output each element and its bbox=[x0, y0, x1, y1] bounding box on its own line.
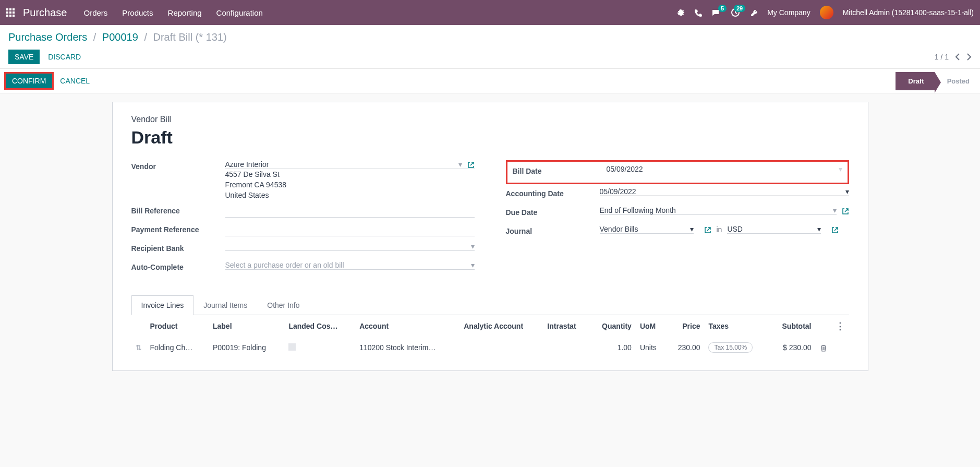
nav-item-products[interactable]: Products bbox=[122, 8, 153, 17]
pay-ref-input[interactable] bbox=[225, 223, 475, 236]
acct-date-label: Accounting Date bbox=[506, 187, 600, 198]
tab-other-info[interactable]: Other Info bbox=[257, 295, 309, 315]
cell-account[interactable]: 110200 Stock Interim… bbox=[355, 337, 459, 358]
app-brand[interactable]: Purchase bbox=[23, 7, 67, 19]
th-label: Label bbox=[209, 315, 284, 337]
th-account: Account bbox=[355, 315, 459, 337]
kebab-icon[interactable]: ⋮ bbox=[836, 321, 845, 331]
landed-cost-checkbox[interactable] bbox=[288, 343, 296, 351]
nav-item-orders[interactable]: Orders bbox=[84, 8, 108, 17]
external-link-icon[interactable] bbox=[831, 225, 839, 233]
th-analytic: Analytic Account bbox=[459, 315, 543, 337]
cell-analytic[interactable] bbox=[459, 337, 543, 358]
confirm-highlight: Confirm bbox=[4, 72, 54, 90]
cell-subtotal: $ 230.00 bbox=[769, 337, 816, 358]
phone-icon[interactable] bbox=[694, 8, 703, 17]
th-price: Price bbox=[667, 315, 705, 337]
cell-qty[interactable]: 1.00 bbox=[589, 337, 636, 358]
tools-icon[interactable] bbox=[749, 8, 758, 17]
vendor-addr-3: United States bbox=[225, 190, 475, 200]
th-product: Product bbox=[146, 315, 209, 337]
caret-down-icon[interactable]: ▾ bbox=[690, 225, 694, 233]
sheet-title: Draft bbox=[131, 127, 849, 148]
pager-text: 1 / 1 bbox=[935, 53, 949, 61]
apps-grid-icon[interactable] bbox=[6, 8, 15, 17]
nav-menu: Orders Products Reporting Configuration bbox=[84, 8, 677, 17]
th-uom: UoM bbox=[636, 315, 667, 337]
tabs: Invoice Lines Journal Items Other Info bbox=[131, 295, 849, 315]
bill-date-field[interactable]: 05/09/2022 bbox=[607, 165, 839, 173]
company-label[interactable]: My Company bbox=[767, 8, 810, 17]
caret-down-icon[interactable]: ▾ bbox=[833, 206, 837, 214]
caret-down-icon[interactable]: ▾ bbox=[458, 160, 462, 169]
breadcrumb-po[interactable]: P00019 bbox=[102, 31, 138, 43]
cancel-button[interactable]: Cancel bbox=[54, 72, 96, 90]
activities-badge: 29 bbox=[734, 5, 745, 12]
cell-label[interactable]: P00019: Folding bbox=[209, 337, 284, 358]
vendor-label: Vendor bbox=[131, 160, 225, 171]
external-link-icon[interactable] bbox=[842, 206, 849, 214]
journal-field[interactable]: Vendor Bills bbox=[600, 225, 690, 233]
th-intrastat: Intrastat bbox=[543, 315, 589, 337]
bill-ref-input[interactable] bbox=[225, 205, 475, 218]
caret-down-icon[interactable]: ▾ bbox=[471, 242, 475, 250]
user-name[interactable]: Mitchell Admin (15281400-saas-15-1-all) bbox=[843, 8, 974, 17]
pager: 1 / 1 bbox=[935, 53, 972, 61]
due-date-label: Due Date bbox=[506, 206, 600, 217]
breadcrumb: Purchase Orders / P00019 / Draft Bill (*… bbox=[8, 31, 972, 43]
nav-item-configuration[interactable]: Configuration bbox=[216, 8, 263, 17]
save-button[interactable]: Save bbox=[8, 50, 40, 64]
auto-complete-field[interactable]: Select a purchase order or an old bill bbox=[225, 261, 471, 269]
bill-ref-label: Bill Reference bbox=[131, 205, 225, 215]
cell-price[interactable]: 230.00 bbox=[667, 337, 705, 358]
form-sheet: Vendor Bill Draft Vendor Azure Interior … bbox=[112, 102, 868, 371]
currency-field[interactable]: USD bbox=[727, 225, 817, 233]
acct-date-field[interactable]: 05/09/2022 bbox=[600, 187, 845, 196]
table-row[interactable]: ⇅ Folding Ch… P00019: Folding 110200 Sto… bbox=[131, 337, 849, 358]
confirm-button[interactable]: Confirm bbox=[6, 74, 52, 88]
th-subtotal: Subtotal bbox=[769, 315, 816, 337]
caret-down-icon[interactable]: ▾ bbox=[845, 187, 849, 196]
external-link-icon[interactable] bbox=[467, 160, 475, 169]
vendor-addr-1: 4557 De Silva St bbox=[225, 169, 475, 179]
cell-uom[interactable]: Units bbox=[636, 337, 667, 358]
top-nav: Purchase Orders Products Reporting Confi… bbox=[0, 0, 980, 25]
messages-icon[interactable]: 5 bbox=[712, 8, 721, 17]
tab-invoice-lines[interactable]: Invoice Lines bbox=[131, 295, 194, 315]
in-label: in bbox=[717, 225, 722, 234]
caret-down-icon[interactable]: ▾ bbox=[817, 225, 821, 233]
cell-intrastat[interactable] bbox=[543, 337, 589, 358]
invoice-lines-table: Product Label Landed Cos… Account Analyt… bbox=[131, 315, 849, 358]
pager-prev-icon[interactable] bbox=[955, 53, 960, 61]
recipient-bank-label: Recipient Bank bbox=[131, 242, 225, 253]
th-qty: Quantity bbox=[589, 315, 636, 337]
tax-pill[interactable]: Tax 15.00% bbox=[708, 342, 753, 353]
bill-date-label: Bill Date bbox=[513, 165, 607, 175]
bill-date-highlight: Bill Date 05/09/2022 ▾ bbox=[506, 160, 849, 184]
tab-journal-items[interactable]: Journal Items bbox=[193, 295, 257, 315]
user-avatar[interactable] bbox=[820, 6, 833, 19]
discard-button[interactable]: Discard bbox=[42, 50, 87, 64]
pager-next-icon[interactable] bbox=[966, 53, 972, 61]
activities-icon[interactable]: 29 bbox=[731, 8, 740, 17]
breadcrumb-current: Draft Bill (* 131) bbox=[153, 31, 227, 43]
breadcrumb-root[interactable]: Purchase Orders bbox=[8, 31, 87, 43]
external-link-icon[interactable] bbox=[704, 225, 711, 233]
status-posted[interactable]: Posted bbox=[935, 72, 980, 90]
statusbar: Confirm Cancel Draft Posted bbox=[0, 69, 980, 93]
caret-down-icon[interactable]: ▾ bbox=[471, 261, 475, 269]
due-date-field[interactable]: End of Following Month bbox=[600, 206, 833, 214]
drag-handle-icon[interactable]: ⇅ bbox=[136, 343, 142, 352]
form-left-col: Vendor Azure Interior ▾ 4557 De Silva St… bbox=[131, 160, 475, 280]
th-taxes: Taxes bbox=[704, 315, 769, 337]
status-draft[interactable]: Draft bbox=[896, 72, 934, 90]
bug-icon[interactable] bbox=[676, 8, 685, 17]
trash-icon[interactable] bbox=[820, 343, 827, 352]
messages-badge: 5 bbox=[718, 5, 727, 12]
caret-down-icon[interactable]: ▾ bbox=[839, 165, 842, 173]
nav-item-reporting[interactable]: Reporting bbox=[168, 8, 202, 17]
sheet-title-label: Vendor Bill bbox=[131, 115, 849, 124]
vendor-addr-2: Fremont CA 94538 bbox=[225, 179, 475, 190]
vendor-field[interactable]: Azure Interior bbox=[225, 160, 458, 169]
cell-product[interactable]: Folding Ch… bbox=[146, 337, 209, 358]
